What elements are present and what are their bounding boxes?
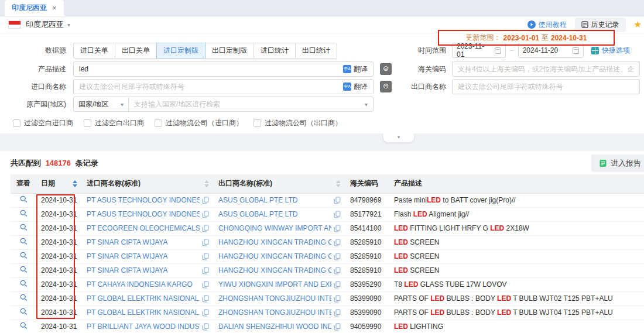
quick-options-link[interactable]: 快捷选项 bbox=[591, 46, 630, 56]
importer-cell-link[interactable]: PT GLOBAL ELEKTRIK NASIONAL bbox=[87, 308, 200, 317]
view-magnifier-icon[interactable] bbox=[20, 210, 28, 217]
copy-icon[interactable] bbox=[202, 225, 209, 232]
filter-checkbox-2[interactable]: 过滤空白出口商 bbox=[84, 118, 144, 128]
copy-icon[interactable] bbox=[334, 197, 341, 204]
collapse-panel-handle[interactable]: ▾ bbox=[383, 133, 414, 142]
sort-carets-icon[interactable] bbox=[204, 180, 209, 187]
data-source-option-3[interactable]: 进口定制版 bbox=[156, 43, 205, 59]
exporter-cell-link[interactable]: HANGZHOU XINGCAN TRADING CO LTD bbox=[218, 266, 331, 274]
importer-cell-link[interactable]: PT ASUS TECHNOLOGY INDONESIA BA... bbox=[87, 210, 200, 218]
checkbox-icon[interactable] bbox=[155, 119, 162, 127]
importer-cell-link[interactable]: PT BRILLIANT JAYA WOOD INDUSTRY bbox=[87, 322, 200, 331]
filter-checkbox-3[interactable]: 过滤物流公司（进口商） bbox=[155, 118, 243, 128]
copy-icon[interactable] bbox=[202, 309, 209, 317]
view-magnifier-icon[interactable] bbox=[20, 238, 28, 245]
translate-button[interactable]: 中A 翻译 bbox=[343, 64, 368, 74]
copy-icon[interactable] bbox=[202, 295, 209, 303]
hs-code-input[interactable]: 支持4位以上海关编码，或2位海关编码加上产品描述、企业名称的任意信息 bbox=[452, 61, 640, 77]
copy-icon[interactable] bbox=[202, 323, 209, 331]
data-source-option-5[interactable]: 进口统计 bbox=[254, 43, 296, 59]
history-button[interactable]: 历史记录 bbox=[575, 18, 626, 32]
exporter-cell-link[interactable]: CHONGQING WINWAY IMPORT AND E... bbox=[218, 224, 331, 232]
view-cell[interactable] bbox=[11, 235, 36, 249]
view-magnifier-icon[interactable] bbox=[20, 224, 28, 231]
view-cell[interactable] bbox=[11, 320, 36, 333]
copy-icon[interactable] bbox=[202, 197, 209, 204]
sort-carets-icon[interactable] bbox=[73, 180, 77, 187]
copy-icon[interactable] bbox=[202, 267, 209, 274]
exporter-cell-link[interactable]: ZHONGSHAN TONGJIUZHOU INTERNA... bbox=[218, 294, 331, 303]
view-magnifier-icon[interactable] bbox=[20, 266, 28, 273]
origin-select[interactable]: 国家/地区 ▾ bbox=[74, 97, 129, 111]
importer-cell-link[interactable]: PT SINAR CIPTA WIJAYA bbox=[87, 266, 200, 274]
view-cell[interactable] bbox=[11, 249, 36, 263]
filter-checkbox-1[interactable]: 过滤空白进口商 bbox=[13, 118, 73, 128]
sort-carets-icon[interactable] bbox=[336, 180, 341, 187]
importer-input[interactable]: 建议去除公司尾部字符或特殊符号 中A 翻译 bbox=[73, 79, 374, 94]
copy-icon[interactable] bbox=[334, 309, 341, 317]
importer-cell-link[interactable]: PT GLOBAL ELEKTRIK NASIONAL bbox=[87, 294, 200, 303]
exporter-cell-link[interactable]: ZHONGSHAN TONGJIUZHOU INTERNA... bbox=[218, 308, 331, 317]
importer-cell-link[interactable]: PT CAHAYA INDONESIA KARGO bbox=[87, 280, 200, 289]
copy-icon[interactable] bbox=[334, 267, 341, 274]
column-header-2[interactable]: 日期 bbox=[36, 174, 82, 193]
view-cell[interactable] bbox=[11, 305, 36, 320]
end-date-input[interactable]: 2024-11-20 bbox=[518, 43, 584, 58]
data-source-option-4[interactable]: 出口定制版 bbox=[205, 43, 254, 59]
checkbox-icon[interactable] bbox=[254, 119, 261, 127]
view-cell[interactable] bbox=[11, 193, 36, 207]
importer-cell-link[interactable]: PT SINAR CIPTA WIJAYA bbox=[87, 238, 200, 246]
enter-report-button[interactable]: 进入报告 bbox=[591, 155, 644, 172]
copy-icon[interactable] bbox=[202, 281, 209, 289]
copy-icon[interactable] bbox=[334, 323, 341, 331]
tab-indonesia[interactable]: 印度尼西亚 × bbox=[5, 0, 64, 16]
exporter-cell-link[interactable]: DALIAN SHENGZHIHUI WOOD INDUST... bbox=[218, 322, 331, 331]
exporter-cell-link[interactable]: ASUS GLOBAL PTE LTD bbox=[218, 210, 331, 218]
view-magnifier-icon[interactable] bbox=[20, 280, 28, 287]
origin-combo[interactable]: 国家/地区 ▾ 支持输入国家/地区进行检索 ▾ bbox=[73, 97, 374, 112]
view-magnifier-icon[interactable] bbox=[20, 308, 28, 315]
data-source-option-1[interactable]: 进口关单 bbox=[73, 43, 115, 59]
copy-icon[interactable] bbox=[334, 225, 341, 232]
tab-close-icon[interactable]: × bbox=[52, 4, 57, 12]
data-source-option-6[interactable]: 出口统计 bbox=[295, 43, 337, 59]
importer-cell-link[interactable]: PT SINAR CIPTA WIJAYA bbox=[87, 252, 200, 260]
copy-icon[interactable] bbox=[202, 253, 209, 260]
copy-icon[interactable] bbox=[334, 295, 341, 303]
importer-cell-link[interactable]: PT ASUS TECHNOLOGY INDONESIA BA... bbox=[87, 196, 200, 204]
exclude-toggle-icon[interactable]: ⊜ bbox=[380, 81, 392, 92]
copy-icon[interactable] bbox=[334, 239, 341, 246]
translate-button[interactable]: 中A 翻译 bbox=[343, 82, 368, 92]
view-cell[interactable] bbox=[11, 221, 36, 235]
checkbox-icon[interactable] bbox=[13, 119, 20, 127]
view-cell[interactable] bbox=[11, 207, 36, 221]
exclude-toggle-icon[interactable]: ⊜ bbox=[380, 63, 392, 75]
importer-cell-link[interactable]: PT ECOGREEN OLEOCHEMICALS bbox=[87, 224, 200, 232]
column-header-3[interactable]: 进口商名称(标准) bbox=[82, 174, 214, 193]
view-magnifier-icon[interactable] bbox=[20, 252, 28, 259]
copy-icon[interactable] bbox=[202, 211, 209, 218]
view-magnifier-icon[interactable] bbox=[20, 195, 28, 203]
view-cell[interactable] bbox=[11, 277, 36, 291]
chevron-down-icon[interactable]: ▾ bbox=[67, 22, 70, 28]
copy-icon[interactable] bbox=[334, 211, 341, 218]
start-date-input[interactable]: 2023-11-01 bbox=[452, 43, 506, 58]
column-header-4[interactable]: 出口商名称(标准) bbox=[214, 174, 345, 193]
view-magnifier-icon[interactable] bbox=[20, 322, 28, 329]
product-desc-input[interactable]: led 中A 翻译 bbox=[73, 61, 374, 77]
view-cell[interactable] bbox=[11, 291, 36, 305]
exporter-input[interactable]: 建议去除公司尾部字符或特殊符号 bbox=[452, 79, 640, 94]
view-cell[interactable] bbox=[11, 263, 36, 277]
copy-icon[interactable] bbox=[334, 253, 341, 260]
filter-checkbox-4[interactable]: 过滤物流公司（出口商） bbox=[254, 118, 342, 128]
tutorial-link[interactable]: 使用教程 bbox=[527, 20, 567, 30]
view-magnifier-icon[interactable] bbox=[20, 294, 28, 301]
checkbox-icon[interactable] bbox=[84, 119, 91, 127]
copy-icon[interactable] bbox=[202, 239, 209, 246]
exporter-cell-link[interactable]: YIWU XIONGXIN IMPORT AND EXPORT... bbox=[218, 280, 331, 289]
copy-icon[interactable] bbox=[334, 281, 341, 289]
exporter-cell-link[interactable]: ASUS GLOBAL PTE LTD bbox=[218, 196, 331, 204]
star-icon[interactable]: ★ bbox=[634, 19, 642, 30]
exporter-cell-link[interactable]: HANGZHOU XINGCAN TRADING CO LTD bbox=[218, 252, 331, 260]
data-source-option-2[interactable]: 出口关单 bbox=[115, 43, 157, 59]
